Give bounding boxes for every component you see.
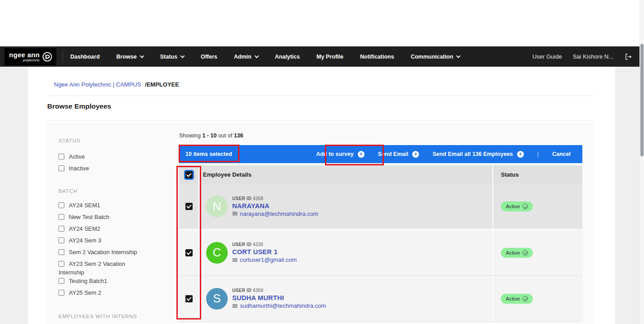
divider (47, 96, 594, 96)
send-email-label: Send Email (378, 151, 408, 157)
send-email-all-button[interactable]: Send Email all 136 Employees + (432, 151, 524, 158)
np-logo[interactable]: ngee ann polytechnic (5, 48, 56, 65)
nav-items: Dashboard Browse Status Offers Admin Ana… (70, 54, 460, 60)
email-text[interactable]: narayana@techmahindra.com (240, 210, 318, 217)
employee-name-link[interactable]: NARAYANA (232, 202, 318, 210)
row-checkbox[interactable] (185, 249, 193, 256)
filter-option-label: AY24 SEM2 (69, 225, 100, 232)
chevron-down-icon (254, 54, 259, 58)
nav-item-label: My Profile (316, 54, 343, 60)
row-checkbox[interactable] (185, 295, 193, 302)
divider (47, 120, 594, 121)
checkbox-batch-2[interactable] (59, 226, 64, 232)
breadcrumb-current: /EMPLOYEE (145, 81, 179, 88)
filter-option-batch-5[interactable]: AY23 Sem 2 Vacation Internship (59, 260, 151, 277)
row-checkbox-cell (179, 230, 199, 275)
nav-item-notifications[interactable]: Notifications (360, 54, 394, 60)
filter-option-active[interactable]: Active (59, 152, 151, 164)
filter-option-label: AY24 Sem 3 (69, 237, 101, 244)
checkbox-batch-0[interactable] (59, 202, 64, 208)
logout-icon[interactable] (624, 53, 632, 61)
nav-item-offers[interactable]: Offers (201, 54, 217, 60)
user-id-value: 4335 (253, 242, 263, 247)
checkbox-batch-1[interactable] (59, 214, 64, 220)
checkbox-batch-6[interactable] (59, 278, 64, 284)
showing-of: out of (218, 132, 232, 139)
user-id-line: USER ID 4359 (232, 288, 326, 293)
employee-text: USER ID 4359 SUDHA MURTHI ✉ sudhamurthi@… (232, 288, 326, 309)
filter-option-batch-2[interactable]: AY24 SEM2 (59, 224, 151, 236)
filter-option-batch-7[interactable]: AY25 Sem 2 (59, 288, 151, 300)
selection-actions: Add to survey + Send Email + Send Email … (316, 151, 582, 158)
avatar: S (206, 288, 228, 310)
status-cell: Active (493, 230, 582, 275)
status-badge: Active (501, 201, 533, 211)
nav-item-analytics[interactable]: Analytics (275, 54, 300, 60)
nav-right: User Guide Sai Kishore N... (532, 53, 639, 61)
scrollbar[interactable] (639, 0, 644, 324)
filter-option-label: Testing Batch1 (69, 278, 107, 284)
scrollbar-thumb[interactable] (640, 44, 644, 156)
employee-email: ✉ narayana@techmahindra.com (232, 210, 318, 217)
chevron-down-icon (456, 54, 461, 58)
nav-item-dashboard[interactable]: Dashboard (70, 54, 99, 60)
checkbox-active[interactable] (59, 154, 64, 160)
filter-option-batch-0[interactable]: AY24 SEM1 (59, 201, 151, 213)
breadcrumb: Ngee Ann Polytechnic | CAMPUS /EMPLOYEE (54, 81, 179, 88)
chevron-down-icon (180, 54, 185, 58)
interns-filter-heading: EMPLOYEES WITH INTERNS (59, 314, 162, 319)
showing-prefix: Showing (179, 132, 201, 139)
filter-option-label: Sem 2 Vacation Internship (69, 249, 137, 256)
filter-option-batch-6[interactable]: Testing Batch1 (59, 277, 151, 288)
filter-option-batch-3[interactable]: AY24 Sem 3 (59, 236, 151, 248)
send-email-button[interactable]: Send Email + (378, 151, 419, 158)
checkbox-batch-7[interactable] (59, 290, 64, 296)
avatar: C (206, 242, 228, 264)
add-to-survey-button[interactable]: Add to survey + (316, 151, 364, 158)
plus-circle-icon: + (358, 151, 365, 158)
email-text[interactable]: cortuser1@gmail.com (240, 256, 297, 263)
user-id-value: 4358 (253, 196, 263, 201)
select-all-checkbox[interactable] (185, 171, 193, 178)
user-guide-link[interactable]: User Guide (532, 53, 562, 60)
nav-item-status[interactable]: Status (160, 54, 184, 60)
nav-item-my-profile[interactable]: My Profile (316, 54, 343, 60)
checkbox-inactive[interactable] (59, 165, 64, 171)
nav-item-label: Analytics (275, 54, 300, 60)
employee-details-cell: N USER ID 4358 NARAYANA ✉ narayana@techm… (199, 184, 493, 229)
email-text[interactable]: sudhamurthi@techmahindra.com (240, 302, 326, 309)
employee-name-link[interactable]: CORT USER 1 (232, 248, 297, 256)
items-selected-label: 10 items selected (179, 151, 232, 157)
breadcrumb-campus-link[interactable]: Ngee Ann Polytechnic | CAMPUS (54, 81, 141, 88)
table-row: N USER ID 4358 NARAYANA ✉ narayana@techm… (179, 184, 582, 230)
filter-option-inactive[interactable]: Inactive (59, 164, 151, 176)
user-name[interactable]: Sai Kishore N... (573, 53, 613, 60)
row-checkbox[interactable] (185, 203, 193, 210)
status-filter-heading: STATUS (59, 138, 162, 143)
employee-details-cell: S USER ID 4359 SUDHA MURTHI ✉ sudhamurth… (199, 276, 493, 321)
page-gutter-left (0, 67, 28, 324)
header-employee-details: Employee Details (199, 165, 493, 184)
checkbox-batch-4[interactable] (59, 249, 64, 255)
user-id-line: USER ID 4335 (232, 242, 297, 247)
filter-option-batch-1[interactable]: New Test Batch (59, 213, 151, 224)
selection-bar: 10 items selected Add to survey + Send E… (179, 145, 582, 163)
cancel-button[interactable]: Cancel (552, 151, 571, 157)
email-icon: ✉ (232, 303, 238, 309)
employee-name-link[interactable]: SUDHA MURTHI (232, 294, 326, 301)
nav-item-admin[interactable]: Admin (234, 54, 258, 60)
header-checkbox-cell (179, 165, 199, 184)
table-row: C USER ID 4335 CORT USER 1 ✉ cortuser1@g… (179, 230, 582, 276)
showing-total: 136 (234, 132, 243, 139)
table-row: S USER ID 4359 SUDHA MURTHI ✉ sudhamurth… (179, 276, 582, 322)
checkbox-batch-3[interactable] (59, 237, 64, 243)
checkbox-batch-5[interactable] (59, 261, 64, 267)
filter-option-batch-4[interactable]: Sem 2 Vacation Internship (59, 248, 151, 260)
nav-item-browse[interactable]: Browse (117, 54, 144, 60)
nav-item-communication[interactable]: Communication (411, 54, 460, 60)
status-badge-label: Active (506, 296, 520, 301)
filter-option-label: Inactive (69, 165, 89, 172)
nav-item-label: Status (160, 54, 177, 60)
filter-option-label: New Test Batch (69, 214, 109, 220)
send-email-all-label: Send Email all 136 Employees (432, 151, 513, 157)
